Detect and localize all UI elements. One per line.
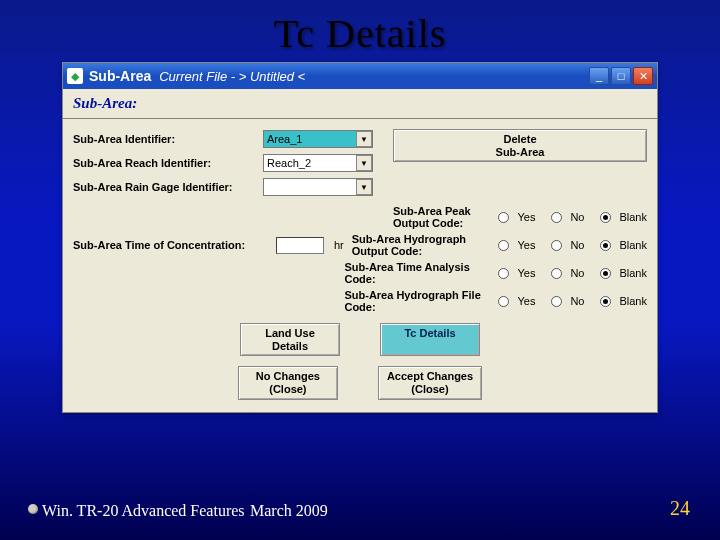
hydro-output-label: Sub-Area Hydrograph Output Code: bbox=[352, 233, 485, 257]
title-app-name: Sub-Area bbox=[89, 68, 151, 84]
hydro-no-radio[interactable] bbox=[551, 240, 562, 251]
title-file-name: Current File - > Untitled < bbox=[159, 69, 305, 84]
titlebar: ◆ Sub-Area Current File - > Untitled < _… bbox=[63, 63, 657, 89]
land-use-details-button[interactable]: Land Use Details bbox=[240, 323, 340, 356]
chevron-down-icon[interactable]: ▼ bbox=[356, 179, 372, 195]
reach-id-value: Reach_2 bbox=[267, 157, 311, 169]
subarea-window: ◆ Sub-Area Current File - > Untitled < _… bbox=[62, 62, 658, 413]
slide-bullet-icon bbox=[28, 504, 38, 514]
slide-title: Tc Details bbox=[0, 0, 720, 63]
footer-date: March 2009 bbox=[250, 502, 328, 520]
page-number: 24 bbox=[670, 497, 690, 520]
gage-id-label: Sub-Area Rain Gage Identifier: bbox=[73, 181, 263, 193]
accept-changes-button[interactable]: Accept Changes (Close) bbox=[378, 366, 482, 399]
tc-label: Sub-Area Time of Concentration: bbox=[73, 239, 272, 251]
tc-input[interactable] bbox=[276, 237, 324, 254]
hydro-output-radios: Yes No Blank bbox=[488, 239, 647, 251]
tc-unit: hr bbox=[334, 239, 344, 251]
file-no-radio[interactable] bbox=[551, 296, 562, 307]
reach-id-label: Sub-Area Reach Identifier: bbox=[73, 157, 263, 169]
peak-no-radio[interactable] bbox=[551, 212, 562, 223]
footer-left: Win. TR-20 Advanced Features bbox=[42, 502, 245, 520]
minimize-button[interactable]: _ bbox=[589, 67, 609, 85]
file-blank-radio[interactable] bbox=[600, 296, 611, 307]
time-yes-radio[interactable] bbox=[498, 268, 509, 279]
peak-output-radios: Yes No Blank bbox=[488, 211, 647, 223]
time-analysis-radios: Yes No Blank bbox=[488, 267, 647, 279]
section-header: Sub-Area: bbox=[63, 89, 657, 119]
time-blank-radio[interactable] bbox=[600, 268, 611, 279]
time-no-radio[interactable] bbox=[551, 268, 562, 279]
gage-id-dropdown[interactable]: ▼ bbox=[263, 178, 373, 196]
hydro-blank-radio[interactable] bbox=[600, 240, 611, 251]
subarea-id-label: Sub-Area Identifier: bbox=[73, 133, 263, 145]
file-yes-radio[interactable] bbox=[498, 296, 509, 307]
peak-yes-radio[interactable] bbox=[498, 212, 509, 223]
delete-subarea-button[interactable]: Delete Sub-Area bbox=[393, 129, 647, 162]
subarea-id-value: Area_1 bbox=[267, 133, 302, 145]
hydro-file-label: Sub-Area Hydrograph File Code: bbox=[344, 289, 484, 313]
chevron-down-icon[interactable]: ▼ bbox=[356, 131, 372, 147]
hydro-file-radios: Yes No Blank bbox=[488, 295, 647, 307]
chevron-down-icon[interactable]: ▼ bbox=[356, 155, 372, 171]
hydro-yes-radio[interactable] bbox=[498, 240, 509, 251]
time-analysis-label: Sub-Area Time Analysis Code: bbox=[344, 261, 484, 285]
no-changes-button[interactable]: No Changes (Close) bbox=[238, 366, 338, 399]
subarea-id-dropdown[interactable]: Area_1 ▼ bbox=[263, 130, 373, 148]
reach-id-dropdown[interactable]: Reach_2 ▼ bbox=[263, 154, 373, 172]
app-icon: ◆ bbox=[67, 68, 83, 84]
close-button[interactable]: ✕ bbox=[633, 67, 653, 85]
maximize-button[interactable]: □ bbox=[611, 67, 631, 85]
peak-output-label: Sub-Area Peak Output Code: bbox=[393, 205, 484, 229]
peak-blank-radio[interactable] bbox=[600, 212, 611, 223]
tc-details-button[interactable]: Tc Details bbox=[380, 323, 480, 356]
